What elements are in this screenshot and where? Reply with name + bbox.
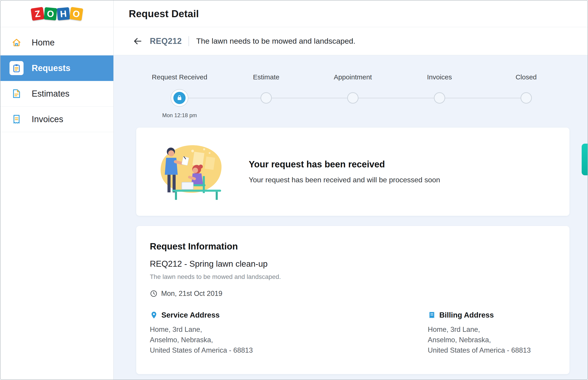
request-id: REQ212 <box>150 37 182 46</box>
step-label: Estimate <box>253 73 279 82</box>
billing-address-label: Billing Address <box>439 311 494 319</box>
sidebar-item-label: Estimates <box>32 89 69 99</box>
page-title: Request Detail <box>129 8 199 19</box>
step-timestamp: Mon 12:18 pm <box>162 112 197 119</box>
page-header: Request Detail <box>114 0 588 27</box>
clock-icon <box>150 290 157 297</box>
logo-letter-z: Z <box>31 7 45 20</box>
service-address-label: Service Address <box>161 311 219 319</box>
billing-receipt-icon <box>428 311 436 319</box>
request-description: The lawn needs to be mowed and landscape… <box>150 273 556 281</box>
status-subtitle: Your request has been received and will … <box>249 176 440 184</box>
step-dot-active <box>173 92 186 104</box>
step-dot <box>260 92 272 104</box>
request-subheader: REQ212 The lawn needs to be mowed and la… <box>114 27 588 55</box>
sidebar-logo-area: Z O H O <box>0 0 114 27</box>
status-illustration <box>153 143 228 201</box>
request-name: REQ212 - Spring lawn clean-up <box>150 259 556 269</box>
zoho-logo: Z O H O <box>31 8 82 20</box>
status-stepper: Request Received Mon 12:18 pm Estimate <box>136 55 569 119</box>
divider <box>189 36 189 46</box>
step-dot <box>434 92 445 104</box>
step-request-received: Request Received Mon 12:18 pm <box>136 73 223 119</box>
service-address-block: Service Address Home, 3rd Lane, Anselmo,… <box>150 311 428 356</box>
app-window: Z O H O Request Detail Home <box>0 0 588 380</box>
logo-letter-h: H <box>57 7 70 20</box>
sidebar-item-estimates[interactable]: Estimates <box>0 81 113 107</box>
status-title: Your request has been received <box>249 159 440 170</box>
status-card: Your request has been received Your requ… <box>136 128 569 216</box>
service-address-lines: Home, 3rd Lane, Anselmo, Nebraska, Unite… <box>150 324 428 356</box>
location-pin-icon <box>150 311 158 319</box>
request-date: Mon, 21st Oct 2019 <box>161 289 222 298</box>
sidebar-item-label: Home <box>32 38 55 47</box>
request-information-title: Request Information <box>150 241 556 251</box>
invoices-icon <box>10 112 23 126</box>
step-dot <box>521 92 532 104</box>
request-summary: The lawn needs to be mowed and landscape… <box>196 37 355 45</box>
step-label: Request Received <box>152 73 207 82</box>
request-detail-content: Request Received Mon 12:18 pm Estimate <box>114 55 588 380</box>
sidebar-item-requests[interactable]: Requests <box>0 56 113 81</box>
step-label: Invoices <box>427 73 452 82</box>
requests-icon <box>10 61 23 75</box>
arrow-left-icon <box>133 36 143 46</box>
feedback-pull-tab[interactable] <box>582 144 588 175</box>
sidebar-item-invoices[interactable]: Invoices <box>0 107 113 132</box>
step-dot <box>347 92 358 104</box>
step-estimate: Estimate <box>223 73 310 119</box>
request-date-row: Mon, 21st Oct 2019 <box>150 289 556 298</box>
home-icon <box>10 36 23 50</box>
sidebar: Home Requests <box>0 27 114 380</box>
estimates-icon <box>10 87 23 101</box>
billing-address-lines: Home, 3rd Lane, Anselmo, Nebraska, Unite… <box>428 324 556 356</box>
request-bag-icon <box>176 95 183 101</box>
step-label: Appointment <box>334 73 372 82</box>
sidebar-item-label: Requests <box>32 63 70 73</box>
logo-letter-o2: O <box>69 7 83 20</box>
step-label: Closed <box>516 73 537 82</box>
back-button[interactable] <box>132 35 143 47</box>
logo-letter-o1: O <box>44 7 57 20</box>
step-invoices: Invoices <box>396 73 483 119</box>
request-information-card: Request Information REQ212 - Spring lawn… <box>136 226 569 374</box>
billing-address-block: Billing Address Home, 3rd Lane, Anselmo,… <box>428 311 556 356</box>
sidebar-item-label: Invoices <box>32 114 63 124</box>
sidebar-item-home[interactable]: Home <box>0 30 113 56</box>
step-appointment: Appointment <box>310 73 396 119</box>
step-closed: Closed <box>483 73 569 119</box>
